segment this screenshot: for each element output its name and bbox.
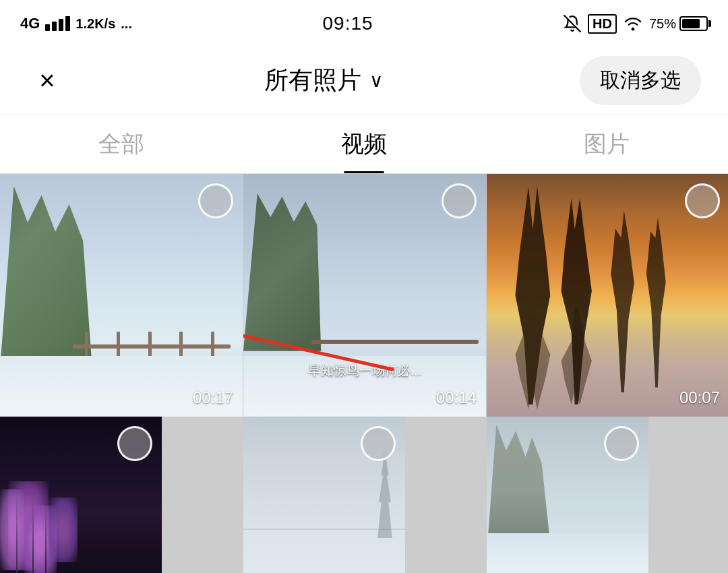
network-dots: ... [121,16,132,32]
network-speed: 1.2K/s [75,16,115,32]
status-time: 09:15 [322,13,373,34]
media-item-5[interactable] [243,417,405,573]
media-item-6[interactable] [487,417,648,573]
signal-bar-4 [65,16,70,31]
album-title: 所有照片 [264,64,361,97]
select-circle-3[interactable] [685,183,720,218]
cancel-multiselect-button[interactable]: 取消多选 [580,56,701,105]
select-circle-4[interactable] [117,426,152,461]
battery-percent: 75% [649,16,676,32]
svg-line-0 [564,16,580,32]
chevron-down-icon: ∨ [369,69,384,92]
select-circle-6[interactable] [604,426,639,461]
media-grid-row1: 00:17 早知惊鸟一场何必... 00:14 [0,174,728,417]
notification-icon [564,15,581,32]
media-item-2[interactable]: 早知惊鸟一场何必... 00:14 [243,174,486,417]
media-item-3[interactable]: 00:07 [487,174,728,417]
tab-all-label: 全部 [98,129,144,160]
tab-photo[interactable]: 图片 [485,115,728,173]
tab-video-label: 视频 [341,129,387,160]
battery-container: 75% [649,16,708,32]
hd-badge: HD [588,14,617,34]
tab-all[interactable]: 全部 [0,115,243,173]
status-bar: 4G 1.2K/s ... 09:15 HD 75% [0,0,728,47]
nav-bar: × 所有照片 ∨ 取消多选 [0,47,728,115]
media-grid-row2 [0,417,728,573]
battery-icon [679,16,708,31]
album-selector[interactable]: 所有照片 ∨ [264,64,384,97]
duration-badge-3: 00:07 [679,388,720,407]
status-right: HD 75% [564,14,708,34]
wifi-icon [624,16,642,31]
signal-bar-3 [59,19,63,31]
close-button[interactable]: × [27,61,67,101]
duration-badge-2: 00:14 [436,388,477,407]
media-item-4[interactable] [0,417,162,573]
network-indicator: 4G [20,15,40,32]
media-tabs: 全部 视频 图片 [0,115,728,174]
duration-badge-1: 00:17 [193,388,233,407]
signal-bar-1 [45,24,50,31]
signal-bar-2 [52,22,57,31]
tab-video[interactable]: 视频 [243,115,485,173]
media-item-1[interactable]: 00:17 [0,174,243,417]
select-circle-1[interactable] [198,183,233,218]
signal-bars [45,16,70,31]
tab-photo-label: 图片 [584,129,630,160]
subtitle-text: 早知惊鸟一场何必... [243,362,486,380]
select-circle-2[interactable] [442,183,477,218]
select-circle-5[interactable] [361,426,396,461]
battery-level [682,19,700,28]
status-left: 4G 1.2K/s ... [20,15,132,32]
